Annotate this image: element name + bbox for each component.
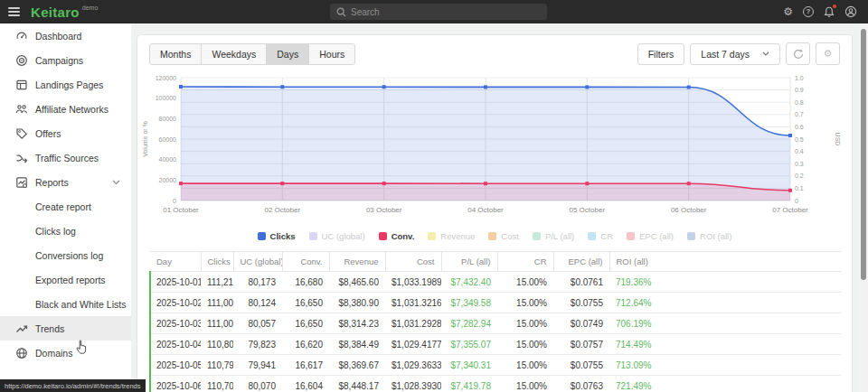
legend-item-revenue[interactable]: Revenue — [428, 231, 475, 241]
sidebar-item-conversions-log[interactable]: Conversions log — [0, 243, 131, 267]
legend-swatch — [379, 232, 387, 240]
cell-roi-all: 719.36% — [609, 272, 841, 293]
cell-cost: $1,028.3930 — [385, 376, 441, 392]
sidebar-item-label: Create report — [35, 201, 91, 212]
page-scrollbar[interactable] — [859, 23, 868, 392]
column-header-uc-global[interactable]: UC (global) — [233, 252, 282, 272]
cell-clicks: 110,79 — [201, 355, 233, 376]
menu-toggle-icon[interactable] — [0, 0, 27, 23]
sidebar-item-label: Traffic Sources — [35, 153, 99, 163]
refresh-button[interactable] — [786, 42, 810, 65]
cell-epc-all: $0.0755 — [553, 293, 609, 313]
legend-swatch — [258, 232, 266, 240]
sidebar-item-affiliate-networks[interactable]: Affiliate Networks — [0, 97, 131, 121]
legend-item-p-l-all[interactable]: P/L (all) — [533, 231, 574, 241]
sidebar-item-reports[interactable]: Reports — [0, 170, 131, 194]
cell-revenue: $8,384.49 — [329, 334, 385, 355]
report-toolbar: MonthsWeekdaysDaysHours Filters Last 7 d… — [137, 35, 852, 70]
svg-text:0.5: 0.5 — [795, 136, 804, 143]
settings-icon[interactable]: ⚙ — [783, 6, 793, 17]
cell-epc-all: $0.0761 — [553, 272, 609, 293]
notifications-icon[interactable] — [824, 6, 835, 18]
trends-card: MonthsWeekdaysDaysHours Filters Last 7 d… — [137, 34, 853, 392]
sidebar-item-label: Clicks log — [35, 226, 76, 237]
cell-p-l-all: $7,432.40 — [441, 272, 497, 293]
legend-item-uc-global[interactable]: UC (global) — [309, 231, 365, 241]
column-header-clicks[interactable]: Clicks — [201, 252, 233, 272]
date-range-select[interactable]: Last 7 days — [690, 43, 780, 65]
legend-label: ROI (all) — [700, 231, 731, 241]
traffic-icon — [15, 152, 28, 164]
legend-label: Conv. — [392, 231, 415, 241]
cell-conv: 16,680 — [282, 272, 329, 293]
svg-text:120000: 120000 — [156, 75, 176, 81]
cell-revenue: $8,380.90 — [329, 293, 385, 313]
cell-uc-global: 80,070 — [233, 376, 282, 392]
sidebar-item-landings-pages[interactable]: Landings Pages — [0, 72, 131, 97]
sidebar-item-exported-reports[interactable]: Exported reports — [0, 267, 131, 292]
sidebar-item-traffic-sources[interactable]: Traffic Sources — [0, 145, 131, 170]
svg-text:80000: 80000 — [159, 116, 177, 122]
dashboard-icon — [15, 30, 28, 42]
tab-hours[interactable]: Hours — [309, 44, 354, 64]
cell-day: 2025-10-04 — [150, 334, 201, 355]
sidebar-item-offers[interactable]: Offers — [0, 121, 131, 145]
cell-p-l-all: $7,355.07 — [441, 334, 497, 355]
legend-item-cr[interactable]: CR — [588, 231, 613, 241]
column-header-roi-all[interactable]: ROI (all) — [609, 252, 841, 272]
cell-roi-all: 713.09% — [609, 355, 841, 376]
scrollbar-thumb[interactable] — [861, 29, 866, 280]
column-header-cost[interactable]: Cost — [385, 252, 441, 272]
cell-epc-all: $0.0749 — [553, 313, 609, 334]
sidebar-item-label: Conversions log — [35, 250, 103, 261]
cell-revenue: $8,448.17 — [329, 376, 385, 392]
column-header-day[interactable]: Day — [150, 252, 201, 272]
sidebar-item-campaigns[interactable]: Campaigns — [0, 48, 131, 72]
filters-button[interactable]: Filters — [637, 43, 685, 65]
report-settings-button[interactable]: ⚙ — [816, 42, 840, 65]
tab-weekdays[interactable]: Weekdays — [202, 44, 267, 64]
sidebar-item-label: Reports — [35, 177, 69, 188]
sidebar-item-clicks-log[interactable]: Clicks log — [0, 219, 131, 243]
legend-item-cost[interactable]: Cost — [488, 231, 519, 241]
svg-text:01 October: 01 October — [163, 206, 199, 214]
svg-text:0.8: 0.8 — [795, 99, 804, 106]
app-logo[interactable]: Keitaro — [31, 5, 80, 20]
topbar: Keitaro demo ⚙ ? — [0, 0, 868, 23]
cell-cr: 15.00% — [497, 355, 553, 376]
cell-day: 2025-10-03 — [150, 313, 201, 334]
column-header-p-l-all[interactable]: P/L (all) — [441, 252, 497, 272]
account-icon[interactable] — [844, 5, 857, 18]
help-icon[interactable]: ? — [803, 6, 814, 17]
column-header-cr[interactable]: CR — [497, 252, 553, 272]
svg-text:100000: 100000 — [156, 95, 176, 101]
sidebar-item-dashboard[interactable]: Dashboard — [0, 23, 131, 48]
offers-icon — [15, 127, 28, 140]
cell-clicks: 111,00 — [201, 293, 233, 313]
sidebar-item-label: Campaigns — [35, 55, 83, 66]
sidebar-item-label: Domains — [35, 348, 72, 359]
sidebar-item-domains[interactable]: Domains — [0, 341, 131, 365]
column-header-conv[interactable]: Conv. — [282, 252, 329, 272]
sidebar-item-trends[interactable]: Trends — [0, 316, 131, 341]
global-search[interactable] — [330, 4, 547, 20]
legend-swatch — [309, 232, 317, 240]
legend-item-clicks[interactable]: Clicks — [258, 231, 296, 241]
column-header-revenue[interactable]: Revenue — [329, 252, 385, 272]
sidebar-item-create-report[interactable]: Create report — [0, 194, 131, 219]
column-header-epc-all[interactable]: EPC (all) — [553, 252, 609, 272]
legend-item-epc-all[interactable]: EPC (all) — [627, 231, 674, 241]
tab-months[interactable]: Months — [150, 44, 202, 64]
tab-days[interactable]: Days — [267, 44, 309, 64]
reports-icon — [15, 176, 28, 189]
sidebar-item-black-and-white-lists[interactable]: Black and White Lists — [0, 292, 131, 316]
legend-item-roi-all[interactable]: ROI (all) — [687, 231, 731, 241]
cell-conv: 16,617 — [282, 355, 329, 376]
search-input[interactable] — [351, 7, 541, 17]
search-icon — [336, 7, 346, 17]
cell-p-l-all: $7,419.78 — [441, 376, 497, 392]
cell-epc-all: $0.0757 — [553, 334, 609, 355]
table-row: 2025-10-06110,7080,07016,604$8,448.17$1,… — [150, 376, 841, 392]
svg-text:1.0: 1.0 — [795, 75, 804, 81]
legend-item-conv[interactable]: Conv. — [379, 231, 415, 241]
